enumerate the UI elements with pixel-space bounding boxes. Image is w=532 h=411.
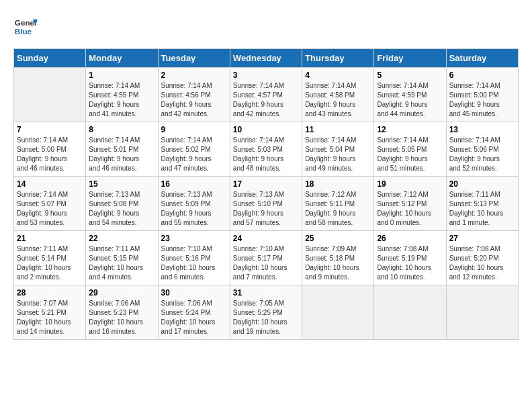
day-info: Sunrise: 7:14 AM Sunset: 5:05 PM Dayligh…	[377, 136, 443, 173]
header-cell-saturday: Saturday	[446, 49, 518, 68]
week-row-4: 21Sunrise: 7:11 AM Sunset: 5:14 PM Dayli…	[14, 231, 519, 285]
header-cell-sunday: Sunday	[14, 49, 86, 68]
day-info: Sunrise: 7:10 AM Sunset: 5:17 PM Dayligh…	[233, 244, 299, 282]
day-cell: 30Sunrise: 7:06 AM Sunset: 5:24 PM Dayli…	[158, 285, 230, 340]
day-cell: 9Sunrise: 7:14 AM Sunset: 5:02 PM Daylig…	[158, 122, 230, 177]
day-cell: 20Sunrise: 7:11 AM Sunset: 5:13 PM Dayli…	[446, 177, 518, 231]
day-number: 29	[89, 288, 154, 298]
day-info: Sunrise: 7:09 AM Sunset: 5:18 PM Dayligh…	[305, 244, 371, 282]
day-info: Sunrise: 7:08 AM Sunset: 5:19 PM Dayligh…	[377, 244, 443, 282]
day-info: Sunrise: 7:14 AM Sunset: 5:00 PM Dayligh…	[449, 81, 515, 119]
day-cell: 7Sunrise: 7:14 AM Sunset: 5:00 PM Daylig…	[14, 122, 86, 177]
day-number: 8	[89, 125, 154, 134]
day-cell	[446, 285, 518, 340]
day-info: Sunrise: 7:14 AM Sunset: 4:56 PM Dayligh…	[161, 81, 227, 119]
day-cell	[14, 68, 86, 122]
day-info: Sunrise: 7:14 AM Sunset: 5:04 PM Dayligh…	[305, 136, 371, 173]
day-info: Sunrise: 7:14 AM Sunset: 4:55 PM Dayligh…	[89, 81, 154, 119]
day-number: 27	[449, 234, 515, 243]
day-cell: 21Sunrise: 7:11 AM Sunset: 5:14 PM Dayli…	[14, 231, 86, 285]
day-cell: 8Sunrise: 7:14 AM Sunset: 5:01 PM Daylig…	[86, 122, 158, 177]
day-info: Sunrise: 7:13 AM Sunset: 5:08 PM Dayligh…	[89, 190, 154, 228]
page-header: General Blue	[13, 13, 519, 38]
header-cell-friday: Friday	[374, 49, 446, 68]
day-number: 17	[233, 179, 299, 189]
day-number: 21	[17, 234, 83, 243]
calendar-header: SundayMondayTuesdayWednesdayThursdayFrid…	[14, 49, 519, 68]
day-number: 18	[305, 179, 371, 189]
day-cell: 14Sunrise: 7:14 AM Sunset: 5:07 PM Dayli…	[14, 177, 86, 231]
day-number: 3	[233, 71, 299, 80]
day-info: Sunrise: 7:06 AM Sunset: 5:23 PM Dayligh…	[89, 299, 154, 336]
calendar-table: SundayMondayTuesdayWednesdayThursdayFrid…	[13, 48, 519, 340]
day-info: Sunrise: 7:12 AM Sunset: 5:11 PM Dayligh…	[305, 190, 371, 228]
week-row-5: 28Sunrise: 7:07 AM Sunset: 5:21 PM Dayli…	[14, 285, 519, 340]
logo-icon: General Blue	[13, 13, 38, 38]
day-info: Sunrise: 7:14 AM Sunset: 4:59 PM Dayligh…	[377, 81, 443, 119]
header-cell-monday: Monday	[86, 49, 158, 68]
day-info: Sunrise: 7:14 AM Sunset: 5:03 PM Dayligh…	[233, 136, 299, 173]
day-cell: 5Sunrise: 7:14 AM Sunset: 4:59 PM Daylig…	[374, 68, 446, 122]
day-info: Sunrise: 7:14 AM Sunset: 5:07 PM Dayligh…	[17, 190, 83, 228]
calendar-body: 1Sunrise: 7:14 AM Sunset: 4:55 PM Daylig…	[14, 68, 519, 340]
day-number: 14	[17, 179, 83, 189]
day-cell: 25Sunrise: 7:09 AM Sunset: 5:18 PM Dayli…	[302, 231, 374, 285]
svg-text:General: General	[15, 18, 38, 27]
day-cell: 15Sunrise: 7:13 AM Sunset: 5:08 PM Dayli…	[86, 177, 158, 231]
day-number: 24	[233, 234, 299, 243]
day-info: Sunrise: 7:11 AM Sunset: 5:15 PM Dayligh…	[89, 244, 154, 282]
day-number: 13	[449, 125, 515, 134]
day-number: 12	[377, 125, 443, 134]
day-number: 23	[161, 234, 227, 243]
day-info: Sunrise: 7:11 AM Sunset: 5:13 PM Dayligh…	[449, 190, 515, 228]
week-row-1: 1Sunrise: 7:14 AM Sunset: 4:55 PM Daylig…	[14, 68, 519, 122]
day-cell: 4Sunrise: 7:14 AM Sunset: 4:58 PM Daylig…	[302, 68, 374, 122]
day-number: 20	[449, 179, 515, 189]
day-info: Sunrise: 7:05 AM Sunset: 5:25 PM Dayligh…	[233, 299, 299, 336]
day-info: Sunrise: 7:14 AM Sunset: 5:01 PM Dayligh…	[89, 136, 154, 173]
day-number: 9	[161, 125, 227, 134]
day-cell: 31Sunrise: 7:05 AM Sunset: 5:25 PM Dayli…	[230, 285, 302, 340]
day-info: Sunrise: 7:14 AM Sunset: 5:00 PM Dayligh…	[17, 136, 83, 173]
day-number: 16	[161, 179, 227, 189]
week-row-2: 7Sunrise: 7:14 AM Sunset: 5:00 PM Daylig…	[14, 122, 519, 177]
day-cell: 29Sunrise: 7:06 AM Sunset: 5:23 PM Dayli…	[86, 285, 158, 340]
day-cell: 1Sunrise: 7:14 AM Sunset: 4:55 PM Daylig…	[86, 68, 158, 122]
day-cell: 22Sunrise: 7:11 AM Sunset: 5:15 PM Dayli…	[86, 231, 158, 285]
header-row: SundayMondayTuesdayWednesdayThursdayFrid…	[14, 49, 519, 68]
day-info: Sunrise: 7:12 AM Sunset: 5:12 PM Dayligh…	[377, 190, 443, 228]
day-number: 4	[305, 71, 371, 80]
header-cell-thursday: Thursday	[302, 49, 374, 68]
day-info: Sunrise: 7:13 AM Sunset: 5:10 PM Dayligh…	[233, 190, 299, 228]
day-info: Sunrise: 7:11 AM Sunset: 5:14 PM Dayligh…	[17, 244, 83, 282]
day-cell: 12Sunrise: 7:14 AM Sunset: 5:05 PM Dayli…	[374, 122, 446, 177]
header-cell-tuesday: Tuesday	[158, 49, 230, 68]
day-number: 28	[17, 288, 83, 298]
day-cell: 24Sunrise: 7:10 AM Sunset: 5:17 PM Dayli…	[230, 231, 302, 285]
day-info: Sunrise: 7:14 AM Sunset: 5:06 PM Dayligh…	[449, 136, 515, 173]
day-number: 2	[161, 71, 227, 80]
day-cell: 13Sunrise: 7:14 AM Sunset: 5:06 PM Dayli…	[446, 122, 518, 177]
day-number: 31	[233, 288, 299, 298]
day-number: 7	[17, 125, 83, 134]
day-info: Sunrise: 7:07 AM Sunset: 5:21 PM Dayligh…	[17, 299, 83, 336]
day-number: 10	[233, 125, 299, 134]
day-number: 25	[305, 234, 371, 243]
day-number: 11	[305, 125, 371, 134]
day-cell	[302, 285, 374, 340]
day-cell: 16Sunrise: 7:13 AM Sunset: 5:09 PM Dayli…	[158, 177, 230, 231]
day-info: Sunrise: 7:14 AM Sunset: 5:02 PM Dayligh…	[161, 136, 227, 173]
logo: General Blue	[13, 13, 38, 38]
day-cell: 19Sunrise: 7:12 AM Sunset: 5:12 PM Dayli…	[374, 177, 446, 231]
day-number: 15	[89, 179, 154, 189]
header-cell-wednesday: Wednesday	[230, 49, 302, 68]
day-number: 30	[161, 288, 227, 298]
day-cell: 28Sunrise: 7:07 AM Sunset: 5:21 PM Dayli…	[14, 285, 86, 340]
day-number: 5	[377, 71, 443, 80]
day-cell: 3Sunrise: 7:14 AM Sunset: 4:57 PM Daylig…	[230, 68, 302, 122]
day-cell: 23Sunrise: 7:10 AM Sunset: 5:16 PM Dayli…	[158, 231, 230, 285]
day-cell: 2Sunrise: 7:14 AM Sunset: 4:56 PM Daylig…	[158, 68, 230, 122]
day-number: 22	[89, 234, 154, 243]
day-number: 1	[89, 71, 154, 80]
day-cell	[374, 285, 446, 340]
